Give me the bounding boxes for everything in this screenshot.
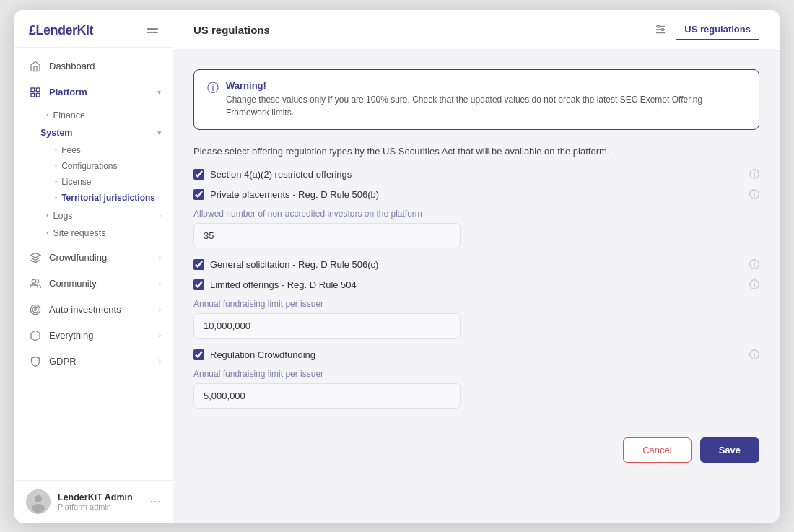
finance-label: Finance [53, 110, 85, 121]
svg-point-8 [35, 308, 37, 310]
sidebar-item-fees[interactable]: Fees [14, 142, 173, 158]
avatar [26, 489, 51, 514]
svg-point-16 [662, 29, 664, 31]
sidebar-item-dashboard-label: Dashboard [49, 61, 161, 71]
fees-label: Fees [61, 145, 81, 155]
svg-rect-3 [36, 93, 40, 97]
license-label: License [61, 177, 91, 187]
user-info: LenderKiT Admin Platform admin [58, 492, 142, 511]
platform-submenu: Finance System ▾ Fees Configurations Lic… [14, 105, 173, 245]
checkbox-506b[interactable] [193, 189, 204, 200]
sidebar-item-auto-investments[interactable]: Auto investments › [14, 297, 173, 323]
warning-icon: ⓘ [207, 81, 219, 96]
checkbox-sec4a2[interactable] [193, 169, 204, 180]
info-icon-506c[interactable]: ⓘ [749, 258, 759, 271]
sidebar-item-system[interactable]: System ▾ [14, 124, 173, 141]
sidebar-item-community[interactable]: Community › [14, 271, 173, 297]
info-icon-regcf[interactable]: ⓘ [749, 349, 759, 362]
community-chevron: › [159, 279, 161, 287]
page-title: US regulations [193, 24, 270, 36]
section-description: Please select offering regulation types … [193, 146, 759, 157]
logs-chevron: › [159, 212, 161, 219]
system-submenu: Fees Configurations License Territorial … [14, 141, 173, 207]
checkbox-row-506c: General solicitation - Reg. D Rule 506(c… [193, 258, 759, 271]
checkbox-506b-label: Private placements - Reg. D Rule 506(b) [210, 189, 743, 200]
checkbox-row-506b: Private placements - Reg. D Rule 506(b) … [193, 188, 759, 201]
hamburger-button[interactable] [144, 25, 161, 36]
save-button[interactable]: Save [700, 437, 759, 463]
sidebar-item-auto-investments-label: Auto investments [49, 304, 159, 315]
form-actions: Cancel Save [193, 426, 759, 463]
sidebar-item-dashboard[interactable]: Dashboard [14, 53, 173, 79]
field-group-annual-limit-2: Annual fundraising limit per issuer [193, 369, 759, 409]
tab-us-regulations[interactable]: US regulations [676, 19, 759, 40]
checkbox-504[interactable] [193, 279, 204, 290]
sidebar: £LenderKit Dashboard Platform ▾ [14, 10, 173, 523]
warning-title: Warning! [226, 80, 746, 91]
logo: £LenderKit [29, 23, 93, 38]
checkbox-sec4a2-label: Section 4(a)(2) restricted offerings [210, 169, 743, 180]
info-icon-504[interactable]: ⓘ [749, 279, 759, 292]
auto-investments-chevron: › [159, 305, 161, 313]
field-input-non-accredited[interactable] [193, 223, 461, 248]
field-input-annual-limit-2[interactable] [193, 383, 461, 409]
configurations-label: Configurations [61, 161, 117, 171]
cancel-button[interactable]: Cancel [623, 437, 691, 463]
layers-icon [29, 251, 42, 264]
checkbox-row-regcf: Regulation Crowdfunding ⓘ [193, 349, 759, 362]
target-icon [29, 303, 42, 316]
warning-text: Change these values only if you are 100%… [226, 93, 746, 119]
warning-box: ⓘ Warning! Change these values only if y… [193, 69, 759, 130]
field-label-annual-limit-2: Annual fundraising limit per issuer [193, 369, 759, 379]
svg-point-7 [32, 307, 38, 313]
sidebar-nav: Dashboard Platform ▾ Finance System ▾ [14, 48, 173, 480]
site-requests-label: Site requests [53, 228, 106, 238]
sidebar-item-configurations[interactable]: Configurations [14, 158, 173, 174]
sidebar-item-community-label: Community [49, 278, 159, 289]
sidebar-item-license[interactable]: License [14, 174, 173, 190]
main-content-area: US regulations US regulations ⓘ Warning!… [173, 10, 780, 523]
sidebar-item-everything-label: Everything [49, 330, 159, 341]
user-more-button[interactable]: ⋯ [149, 494, 161, 508]
logo-text: LenderKit [36, 23, 94, 38]
logs-label: Logs [53, 211, 73, 221]
platform-chevron: ▾ [157, 88, 161, 96]
sidebar-item-platform-label: Platform [49, 87, 157, 97]
field-input-annual-limit-1[interactable] [193, 313, 461, 339]
svg-point-10 [35, 495, 42, 502]
checkbox-row-sec4a2: Section 4(a)(2) restricted offerings ⓘ [193, 168, 759, 181]
sidebar-item-everything[interactable]: Everything › [14, 323, 173, 349]
user-role: Platform admin [58, 502, 142, 511]
svg-rect-2 [31, 93, 35, 97]
svg-point-11 [32, 504, 45, 513]
info-icon-506b[interactable]: ⓘ [749, 188, 759, 201]
crowdfunding-chevron: › [159, 253, 161, 261]
sidebar-item-site-requests[interactable]: Site requests [14, 224, 173, 242]
main-header: US regulations US regulations [173, 10, 780, 51]
checkbox-regcf-label: Regulation Crowdfunding [210, 349, 743, 360]
svg-point-15 [658, 25, 660, 27]
sidebar-header: £LenderKit [14, 10, 173, 48]
gdpr-chevron: › [159, 357, 161, 365]
sidebar-item-platform[interactable]: Platform ▾ [14, 79, 173, 105]
grid-icon [29, 86, 42, 99]
system-label-text: System [40, 128, 72, 138]
checkbox-504-label: Limited offerings - Reg. D Rule 504 [210, 279, 743, 290]
sidebar-footer: LenderKiT Admin Platform admin ⋯ [14, 480, 173, 523]
users-icon [29, 277, 42, 290]
checkbox-row-504: Limited offerings - Reg. D Rule 504 ⓘ [193, 279, 759, 292]
info-icon-sec4a2[interactable]: ⓘ [749, 168, 759, 181]
checkbox-506c[interactable] [193, 259, 204, 270]
sidebar-item-logs[interactable]: Logs › [14, 207, 173, 224]
sidebar-item-crowdfunding[interactable]: Crowdfunding › [14, 245, 173, 271]
sidebar-item-gdpr[interactable]: GDPR › [14, 349, 173, 375]
system-chevron: ▾ [157, 128, 161, 136]
header-tabs: US regulations [650, 19, 759, 40]
checkbox-regcf[interactable] [193, 349, 204, 360]
home-icon [29, 60, 42, 73]
svg-marker-4 [30, 253, 40, 258]
shield-icon [29, 355, 42, 368]
sidebar-item-territorial[interactable]: Territorial jurisdictions [14, 190, 173, 206]
filter-icon[interactable] [650, 19, 671, 40]
sidebar-item-finance[interactable]: Finance [14, 107, 173, 124]
